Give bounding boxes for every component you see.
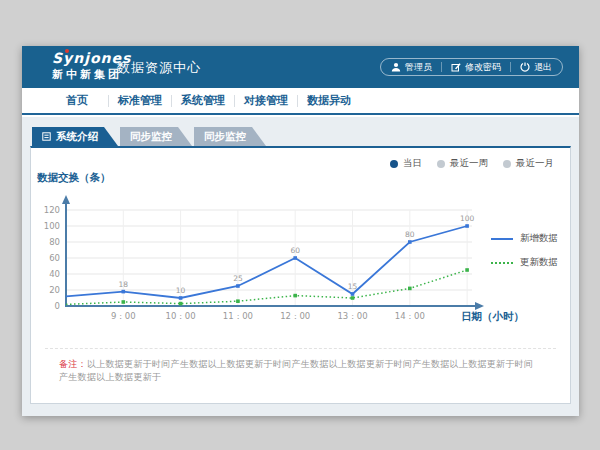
radio-dot-selected bbox=[390, 160, 398, 168]
document-icon bbox=[42, 132, 51, 141]
nav-item-home[interactable]: 首页 bbox=[46, 93, 108, 108]
radio-today[interactable]: 当日 bbox=[390, 157, 422, 170]
tab-bar: 系统介绍 同步监控 同步监控 bbox=[32, 127, 268, 146]
x-axis-title: 日期（小时） bbox=[461, 310, 524, 324]
footnote-label: 备注： bbox=[59, 359, 87, 369]
tab-label: 同步监控 bbox=[204, 127, 246, 146]
chart-panel: 当日 最近一周 最近一月 数据交换（条） 0204060801001209：00… bbox=[30, 146, 571, 404]
svg-text:15: 15 bbox=[348, 282, 358, 291]
svg-text:25: 25 bbox=[233, 274, 243, 283]
logo-red-dot bbox=[65, 49, 69, 53]
radio-dot bbox=[437, 160, 445, 168]
svg-text:12：00: 12：00 bbox=[280, 311, 310, 321]
tab-label: 同步监控 bbox=[130, 127, 172, 146]
user-menu[interactable]: 管理员 bbox=[391, 61, 432, 74]
radio-label: 最近一月 bbox=[516, 157, 554, 170]
svg-text:11：00: 11：00 bbox=[223, 311, 253, 321]
svg-text:14：00: 14：00 bbox=[395, 311, 425, 321]
divider bbox=[441, 62, 442, 72]
change-password-label: 修改密码 bbox=[465, 61, 501, 74]
legend-item-updated-data: 更新数据 bbox=[491, 256, 558, 269]
svg-text:0: 0 bbox=[55, 301, 60, 311]
nav-item-interface-mgmt[interactable]: 对接管理 bbox=[235, 93, 297, 108]
svg-text:9：00: 9：00 bbox=[111, 311, 136, 321]
app-window: Synjones 新中新集团 数据资源中心 管理员 修改密码 bbox=[22, 46, 579, 416]
radio-last-week[interactable]: 最近一周 bbox=[437, 157, 488, 170]
legend-line-solid bbox=[491, 238, 513, 240]
svg-text:13：00: 13：00 bbox=[337, 311, 367, 321]
tab-system-intro[interactable]: 系统介绍 bbox=[32, 127, 118, 146]
svg-text:80: 80 bbox=[405, 230, 415, 239]
svg-text:60: 60 bbox=[49, 253, 60, 263]
power-icon bbox=[520, 62, 530, 72]
svg-text:60: 60 bbox=[290, 246, 300, 255]
page-title: 数据资源中心 bbox=[117, 59, 201, 77]
radio-last-month[interactable]: 最近一月 bbox=[503, 157, 554, 170]
svg-text:40: 40 bbox=[49, 269, 60, 279]
legend-label: 更新数据 bbox=[520, 256, 558, 269]
svg-text:10：00: 10：00 bbox=[166, 311, 196, 321]
tab-sync-monitor-1[interactable]: 同步监控 bbox=[120, 127, 192, 146]
content-area: 系统介绍 同步监控 同步监控 当日 最近一周 bbox=[22, 117, 579, 416]
svg-text:100: 100 bbox=[460, 214, 475, 223]
radio-dot bbox=[503, 160, 511, 168]
desktop: { "header": { "logo_text": "Synjones", "… bbox=[0, 0, 600, 450]
svg-text:80: 80 bbox=[49, 237, 60, 247]
legend-label: 新增数据 bbox=[520, 232, 558, 245]
chart-legend: 新增数据 更新数据 bbox=[491, 232, 558, 269]
footnote-text: 以上数据更新于时间产生数据以上数据更新于时间产生数据以上数据更新于时间产生数据以… bbox=[59, 359, 533, 382]
nav-item-standard-mgmt[interactable]: 标准管理 bbox=[109, 93, 171, 108]
user-toolbar: 管理员 修改密码 退出 bbox=[380, 58, 563, 76]
logout-button[interactable]: 退出 bbox=[520, 61, 552, 74]
nav-item-data-change[interactable]: 数据异动 bbox=[298, 93, 360, 108]
logout-label: 退出 bbox=[534, 61, 552, 74]
legend-item-new-data: 新增数据 bbox=[491, 232, 558, 245]
radio-label: 最近一周 bbox=[450, 157, 488, 170]
user-icon bbox=[391, 62, 401, 72]
y-axis-title: 数据交换（条） bbox=[37, 171, 111, 185]
footnote: 备注：以上数据更新于时间产生数据以上数据更新于时间产生数据以上数据更新于时间产生… bbox=[45, 348, 556, 384]
radio-label: 当日 bbox=[403, 157, 422, 170]
header: Synjones 新中新集团 数据资源中心 管理员 修改密码 bbox=[22, 46, 579, 88]
svg-text:20: 20 bbox=[49, 285, 60, 295]
change-password-button[interactable]: 修改密码 bbox=[451, 61, 501, 74]
tab-sync-monitor-2[interactable]: 同步监控 bbox=[194, 127, 266, 146]
svg-text:100: 100 bbox=[44, 221, 60, 231]
nav-item-system-mgmt[interactable]: 系统管理 bbox=[172, 93, 234, 108]
divider bbox=[510, 62, 511, 72]
edit-icon bbox=[451, 62, 461, 72]
time-filter-group: 当日 最近一周 最近一月 bbox=[390, 157, 554, 170]
svg-text:18: 18 bbox=[119, 280, 129, 289]
legend-line-dotted bbox=[491, 262, 513, 264]
tab-label: 系统介绍 bbox=[56, 127, 98, 146]
main-nav: 首页 标准管理 系统管理 对接管理 数据异动 bbox=[22, 88, 579, 115]
user-name: 管理员 bbox=[405, 61, 432, 74]
svg-text:120: 120 bbox=[44, 205, 60, 215]
svg-text:10: 10 bbox=[176, 286, 186, 295]
